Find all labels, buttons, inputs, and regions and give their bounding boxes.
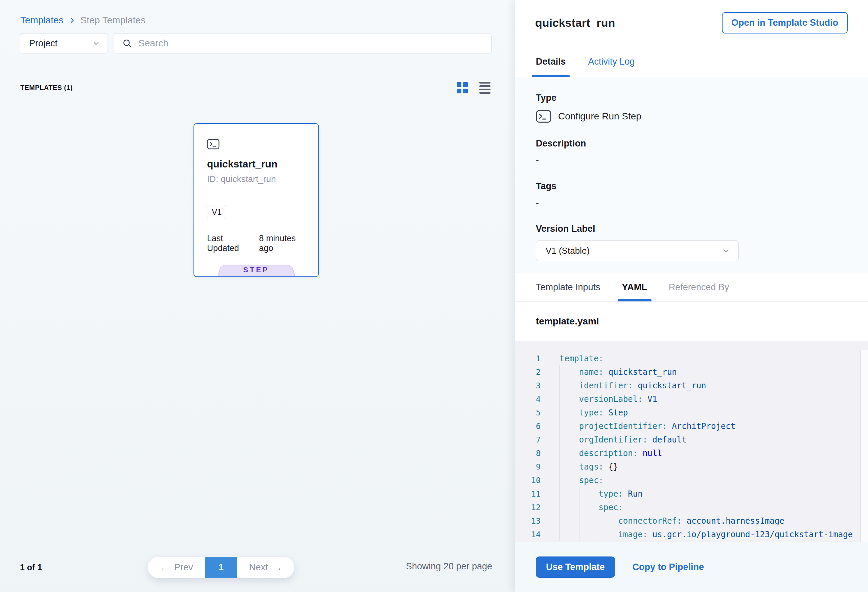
description-label: Description bbox=[536, 138, 847, 149]
yaml-tabs: Template Inputs YAML Referenced By bbox=[515, 273, 868, 302]
breadcrumb-current: Step Templates bbox=[81, 15, 146, 26]
arrow-right-icon: → bbox=[273, 563, 282, 572]
terminal-icon bbox=[207, 139, 306, 149]
code-line: 7 orgIdentifier: default bbox=[515, 433, 868, 447]
prev-page-button[interactable]: ← Prev bbox=[148, 557, 205, 578]
line-number: 10 bbox=[515, 474, 550, 487]
pagination-summary: 1 of 1 bbox=[20, 562, 42, 572]
line-number: 4 bbox=[515, 393, 550, 406]
code-line: 6 projectIdentifier: ArchitProject bbox=[515, 419, 868, 433]
open-in-template-studio-button[interactable]: Open in Template Studio bbox=[722, 12, 848, 34]
step-ribbon: STEP bbox=[217, 264, 295, 276]
search-input[interactable] bbox=[138, 38, 484, 49]
code-line: 2 name: quickstart_run bbox=[515, 365, 868, 379]
version-select-value: V1 (Stable) bbox=[546, 246, 590, 256]
list-header: TEMPLATES (1) bbox=[0, 82, 515, 94]
line-number: 5 bbox=[515, 406, 550, 419]
tab-yaml[interactable]: YAML bbox=[622, 273, 647, 301]
version-select[interactable]: V1 (Stable) bbox=[536, 240, 739, 261]
tags-label: Tags bbox=[536, 181, 847, 192]
search-icon bbox=[122, 38, 132, 49]
line-number: 14 bbox=[515, 528, 550, 541]
prev-label: Prev bbox=[174, 562, 193, 573]
panel-title: quickstart_run bbox=[535, 16, 615, 30]
template-card[interactable]: quickstart_run ID: quickstart_run V1 Las… bbox=[193, 123, 319, 277]
line-text: projectIdentifier: ArchitProject bbox=[550, 419, 735, 433]
card-divider bbox=[207, 194, 306, 194]
breadcrumb-chevron-icon bbox=[68, 16, 76, 24]
list-view-icon[interactable] bbox=[479, 82, 490, 94]
line-text: name: quickstart_run bbox=[550, 365, 677, 379]
tags-value: - bbox=[536, 198, 847, 208]
line-text: type: Step bbox=[550, 406, 628, 419]
line-text: spec: bbox=[550, 500, 623, 514]
templates-count-label: TEMPLATES (1) bbox=[20, 84, 73, 92]
per-page-label: Showing 20 per page bbox=[406, 561, 492, 572]
last-updated-row: Last Updated 8 minutes ago bbox=[207, 233, 306, 253]
next-page-button[interactable]: Next → bbox=[237, 557, 295, 578]
code-line: 8 description: null bbox=[515, 447, 868, 460]
line-text: tags: {} bbox=[550, 460, 618, 474]
last-updated-label: Last Updated bbox=[207, 233, 251, 253]
card-title: quickstart_run bbox=[207, 158, 306, 170]
line-text: orgIdentifier: default bbox=[550, 433, 687, 447]
copy-to-pipeline-link[interactable]: Copy to Pipeline bbox=[633, 562, 704, 572]
line-number: 11 bbox=[515, 487, 550, 500]
code-line: 3 identifier: quickstart_run bbox=[515, 379, 868, 393]
line-text: description: null bbox=[550, 447, 662, 460]
template-details-panel: quickstart_run Open in Template Studio D… bbox=[515, 0, 868, 592]
line-number: 9 bbox=[515, 460, 550, 474]
page-1-button[interactable]: 1 bbox=[205, 557, 237, 578]
pagination: ← Prev 1 Next → bbox=[148, 557, 294, 578]
use-template-button[interactable]: Use Template bbox=[536, 557, 615, 578]
panel-footer: Use Template Copy to Pipeline bbox=[515, 542, 868, 592]
code-line: 14 image: us.gcr.io/playground-123/quick… bbox=[515, 528, 868, 541]
list-controls: Project bbox=[20, 33, 492, 53]
breadcrumb: Templates Step Templates bbox=[0, 0, 515, 26]
yaml-file-title: template.yaml bbox=[536, 316, 599, 327]
type-value: Configure Run Step bbox=[558, 111, 641, 122]
panel-tabs: Details Activity Log bbox=[515, 46, 868, 77]
code-line: 4 versionLabel: V1 bbox=[515, 393, 868, 406]
code-line: 12 spec: bbox=[515, 500, 868, 514]
code-line: 13 connectorRef: account.harnessImage bbox=[515, 514, 868, 528]
view-toggles bbox=[457, 82, 490, 94]
yaml-code[interactable]: 1template:2 name: quickstart_run3 identi… bbox=[515, 341, 868, 542]
search-box[interactable] bbox=[114, 33, 492, 53]
next-label: Next bbox=[249, 562, 268, 573]
line-number: 8 bbox=[515, 447, 550, 460]
arrow-left-icon: ← bbox=[160, 563, 170, 572]
chevron-down-icon bbox=[92, 39, 100, 47]
card-id: ID: quickstart_run bbox=[207, 174, 306, 185]
tab-details[interactable]: Details bbox=[536, 46, 566, 77]
line-text: connectorRef: account.harnessImage bbox=[550, 514, 784, 528]
line-number: 6 bbox=[515, 419, 550, 433]
line-number: 2 bbox=[515, 365, 550, 379]
last-updated-value: 8 minutes ago bbox=[259, 233, 306, 253]
line-number: 1 bbox=[515, 352, 550, 365]
type-label: Type bbox=[536, 93, 847, 103]
type-row: Configure Run Step bbox=[536, 109, 847, 124]
line-number: 7 bbox=[515, 433, 550, 447]
version-badge: V1 bbox=[207, 205, 226, 219]
code-line: 5 type: Step bbox=[515, 406, 868, 419]
scope-select[interactable]: Project bbox=[20, 33, 108, 53]
line-text: versionLabel: V1 bbox=[550, 393, 657, 406]
grid-view-icon[interactable] bbox=[457, 82, 468, 93]
tab-template-inputs[interactable]: Template Inputs bbox=[536, 273, 601, 301]
breadcrumb-templates-link[interactable]: Templates bbox=[20, 15, 63, 26]
code-line: 10 spec: bbox=[515, 474, 868, 487]
line-text: image: us.gcr.io/playground-123/quicksta… bbox=[550, 528, 853, 541]
line-number: 3 bbox=[515, 379, 550, 393]
code-line: 1template: bbox=[515, 352, 868, 365]
templates-page: Templates Step Templates Project TEMPLAT bbox=[0, 0, 868, 592]
description-value: - bbox=[536, 155, 847, 165]
line-number: 13 bbox=[515, 514, 550, 528]
tab-referenced-by[interactable]: Referenced By bbox=[669, 273, 729, 301]
line-text: spec: bbox=[550, 474, 604, 487]
tab-activity-log[interactable]: Activity Log bbox=[588, 46, 635, 77]
line-text: type: Run bbox=[550, 487, 643, 500]
step-ribbon-label: STEP bbox=[217, 264, 295, 276]
version-label: Version Label bbox=[536, 224, 847, 234]
code-line: 11 type: Run bbox=[515, 487, 868, 500]
